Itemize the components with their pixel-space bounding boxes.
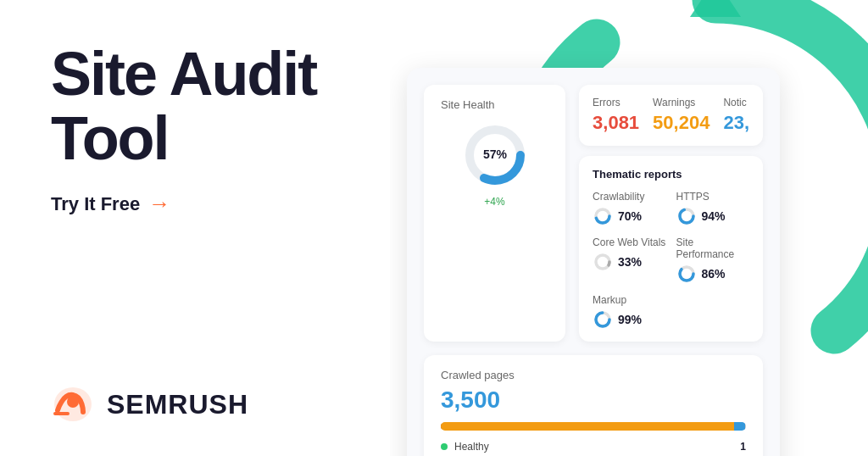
- warnings-stat: Warnings 50,204: [653, 97, 709, 134]
- cta-button[interactable]: Try It Free →: [51, 191, 348, 217]
- dashboard-top-row: Site Health 57% +4%: [424, 85, 763, 342]
- right-section: Site Health 57% +4%: [390, 0, 868, 456]
- stats-top-row: Errors 3,081 Warnings 50,204 Notic 23,: [579, 85, 763, 146]
- progress-issues: [441, 422, 734, 431]
- page-title: Site Audit Tool: [51, 42, 348, 170]
- site-health-card: Site Health 57% +4%: [424, 85, 565, 342]
- notices-value: 23,: [723, 112, 749, 134]
- health-change: +4%: [441, 196, 548, 208]
- left-section: Site Audit Tool Try It Free → SEMRUSH: [0, 0, 390, 456]
- warnings-label: Warnings: [653, 97, 709, 108]
- warnings-value: 50,204: [653, 112, 709, 134]
- hero-content: Site Audit Tool Try It Free →: [51, 42, 348, 217]
- thematic-crawlability: Crawlability 70%: [593, 191, 665, 226]
- svg-text:57%: 57%: [483, 147, 508, 161]
- progress-blocked: [745, 422, 746, 431]
- site-health-title: Site Health: [441, 98, 548, 111]
- legend-healthy: Healthy 1: [441, 441, 746, 453]
- stats-section: Errors 3,081 Warnings 50,204 Notic 23,: [579, 85, 763, 342]
- notices-label: Notic: [723, 97, 749, 108]
- thematic-core-web-vitals: Core Web Vitals 33%: [593, 236, 665, 284]
- pages-legend: Healthy 1 Broken 4 Have issues 3,359: [441, 441, 746, 456]
- svg-point-1: [67, 396, 79, 408]
- errors-value: 3,081: [593, 112, 639, 134]
- crawled-title: Crawled pages: [441, 369, 746, 381]
- crawled-value: 3,500: [441, 386, 746, 414]
- healthy-dot: [441, 443, 448, 450]
- page-container: Site Audit Tool Try It Free → SEMRUSH: [0, 0, 868, 456]
- brand-name: SEMRUSH: [107, 389, 248, 420]
- thematic-site-performance: Site Performance 86%: [676, 236, 749, 284]
- donut-chart: 57%: [441, 121, 548, 189]
- thematic-grid: Crawlability 70%: [593, 191, 749, 330]
- pages-progress-bar: [441, 422, 746, 431]
- errors-label: Errors: [593, 97, 639, 108]
- thematic-https: HTTPS 94%: [676, 191, 749, 226]
- arrow-icon: →: [148, 191, 170, 217]
- errors-stat: Errors 3,081: [593, 97, 639, 134]
- dashboard-card: Site Health 57% +4%: [407, 68, 780, 456]
- crawled-pages-card: Crawled pages 3,500 Healthy 1: [424, 355, 763, 456]
- brand-section: SEMRUSH: [51, 386, 348, 422]
- semrush-logo-icon: [51, 386, 95, 422]
- svg-point-11: [596, 255, 609, 269]
- thematic-title: Thematic reports: [593, 168, 749, 181]
- thematic-markup: Markup 99%: [593, 294, 665, 330]
- notices-stat: Notic 23,: [723, 97, 749, 134]
- thematic-reports-card: Thematic reports Crawlability: [579, 156, 763, 342]
- progress-redirects: [734, 422, 745, 431]
